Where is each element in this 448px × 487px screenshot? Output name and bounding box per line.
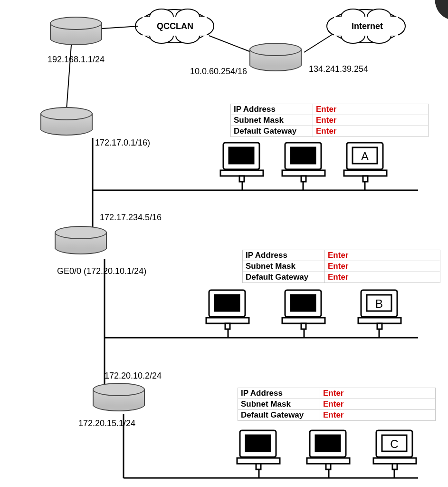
label-r3-down: GE0/0 (172.20.10.1/24) — [57, 266, 146, 276]
cfg-a-mask-label: Subnet Mask — [231, 115, 313, 126]
cfg-c-gw-value[interactable]: Enter — [323, 410, 343, 419]
svg-rect-39 — [220, 170, 263, 176]
svg-rect-66 — [315, 435, 340, 451]
cfg-b-gw-value[interactable]: Enter — [328, 273, 348, 282]
cfg-table-a: IP Address Enter Subnet Mask Enter Defau… — [230, 104, 429, 137]
svg-rect-72 — [392, 464, 397, 469]
svg-rect-38 — [229, 147, 254, 164]
cfg-c-ip-value[interactable]: Enter — [323, 389, 343, 398]
label-r3-up: 172.17.234.5/16 — [100, 213, 162, 223]
cfg-b-gw-label: Default Gateway — [243, 272, 325, 283]
pc-a-letter: A — [358, 150, 372, 163]
label-qcc-right: 134.241.39.254 — [309, 64, 368, 74]
svg-rect-56 — [301, 323, 306, 329]
svg-line-16 — [102, 26, 138, 29]
svg-rect-48 — [363, 176, 368, 182]
svg-rect-71 — [373, 458, 416, 464]
cfg-a-gw-label: Default Gateway — [231, 126, 313, 137]
svg-rect-42 — [291, 147, 315, 164]
cfg-c-mask-value[interactable]: Enter — [323, 399, 343, 409]
svg-rect-62 — [246, 435, 270, 451]
router-2-icon — [40, 107, 93, 136]
svg-rect-43 — [282, 170, 325, 176]
router-internet-icon — [249, 43, 302, 71]
svg-rect-51 — [206, 318, 249, 323]
svg-line-18 — [304, 34, 333, 52]
cfg-table-b: IP Address Enter Subnet Mask Enter Defau… — [242, 250, 440, 283]
cfg-a-mask-value[interactable]: Enter — [316, 116, 336, 125]
network-diagram: QCCLAN Internet 192.168.1.1/24 10.0.60.2… — [0, 0, 448, 487]
label-qcc-left: 10.0.60.254/16 — [190, 67, 247, 77]
svg-rect-63 — [237, 458, 280, 464]
svg-line-17 — [209, 36, 252, 52]
svg-rect-47 — [344, 170, 387, 176]
svg-rect-52 — [225, 323, 230, 329]
cfg-a-ip-value[interactable]: Enter — [316, 105, 336, 114]
svg-rect-64 — [256, 464, 261, 469]
router-1-icon — [50, 17, 102, 45]
svg-rect-40 — [239, 176, 244, 182]
cfg-c-gw-label: Default Gateway — [238, 410, 320, 421]
router-3-icon — [55, 226, 107, 254]
cfg-a-ip-label: IP Address — [231, 104, 313, 115]
cfg-b-ip-label: IP Address — [243, 250, 325, 261]
cfg-table-c: IP Address Enter Subnet Mask Enter Defau… — [238, 388, 436, 421]
svg-rect-55 — [282, 318, 325, 323]
router-4-icon — [93, 383, 145, 411]
label-r4-up: 172.20.10.2/24 — [105, 371, 162, 381]
cfg-a-gw-value[interactable]: Enter — [316, 127, 336, 136]
svg-rect-44 — [301, 176, 306, 182]
pc-b-letter: B — [372, 297, 386, 311]
cloud-qcclan-label: QCCLAN — [157, 21, 193, 31]
svg-rect-54 — [291, 295, 315, 311]
cfg-b-mask-value[interactable]: Enter — [328, 262, 348, 271]
pc-c-letter: C — [387, 438, 401, 451]
cfg-b-ip-value[interactable]: Enter — [328, 251, 348, 260]
cfg-c-ip-label: IP Address — [238, 388, 320, 399]
cloud-internet-label: Internet — [352, 21, 383, 31]
cfg-b-mask-label: Subnet Mask — [243, 261, 325, 272]
svg-rect-67 — [307, 458, 350, 464]
label-r1-ip: 192.168.1.1/24 — [48, 55, 105, 65]
svg-rect-68 — [326, 464, 331, 469]
svg-rect-60 — [377, 323, 382, 329]
label-r4-down: 172.20.15.1/24 — [78, 419, 135, 429]
cfg-c-mask-label: Subnet Mask — [238, 399, 320, 410]
svg-rect-59 — [358, 318, 401, 323]
svg-rect-50 — [215, 295, 239, 311]
label-r2-down: 172.17.0.1/16) — [95, 138, 150, 148]
